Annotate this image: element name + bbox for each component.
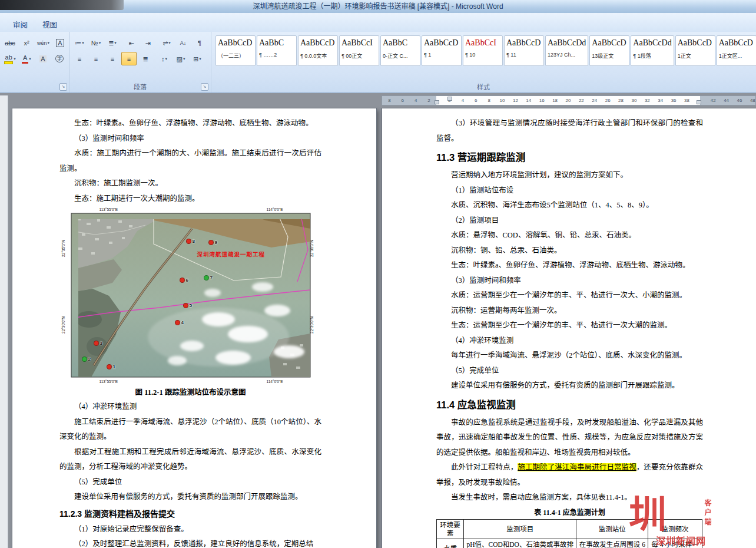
asian-layout-button[interactable]: ⇌▾ (159, 36, 174, 49)
justify-button[interactable]: ≡ (121, 52, 137, 65)
style-item[interactable]: AaBbCcD 13级正文 (589, 35, 629, 66)
style-item[interactable]: AaBbCcI ¶ 10 (463, 35, 503, 66)
ruler-number: 24 (588, 98, 601, 103)
style-name: 1正文区... (719, 52, 754, 60)
highlight-icon: ab (5, 54, 12, 61)
project-label: 深圳湾航道疏浚一期工程 (197, 250, 266, 258)
right-indent-marker[interactable] (697, 100, 701, 104)
style-item[interactable]: AaBbCcD ¶ 11 (504, 35, 544, 66)
paragraph: （4）冲淤环境监测 (436, 334, 703, 349)
paragraph: （5）完成单位 (436, 364, 703, 379)
text-highlight-button[interactable]: ab▾ (2, 52, 18, 65)
heading-11-4: 11.4 应急监视监测 (436, 396, 703, 414)
line-spacing-button[interactable]: ↕▾ (157, 52, 172, 65)
text-before-highlight: 此外针对工程特点， (451, 463, 518, 471)
tab-view[interactable]: 视图 (37, 17, 63, 32)
station-number: 2 (88, 356, 91, 362)
character-shading-button[interactable]: A (35, 52, 51, 65)
page-left[interactable]: 生态：叶绿素a、鱼卵仔鱼、浮游植物、浮游动物、底栖生物、游泳动物。（3）监测时间… (12, 108, 377, 548)
strikethrough-button[interactable]: abc (2, 36, 18, 49)
style-item[interactable]: AaBbCcI ¶ 00正文 (339, 35, 379, 66)
font-dialog-launcher[interactable]: ↘ (59, 83, 67, 91)
styles-group-label: 样式 (211, 82, 756, 91)
phonetic-guide-button[interactable]: wén▾ (35, 36, 51, 49)
station-dot-icon (208, 240, 214, 245)
style-item[interactable]: AaBbC ¶ ……2 (257, 35, 297, 66)
table-header-cell: 监测项目 (463, 519, 576, 539)
style-item[interactable]: AaBbCcD ¶ 1 (422, 35, 462, 66)
paragraph: 水质：施工期内进行一个潮期的大、小潮监测。施工结束后进行一次后评估监测。 (59, 146, 321, 176)
horizontal-ruler[interactable]: 8642 2468101214161820222426283032343638 … (382, 95, 756, 105)
style-item[interactable]: AaBbC 0-正文 C... (380, 35, 420, 66)
ruler-number: 8 (383, 98, 396, 103)
sort-button[interactable]: A↓ (175, 36, 191, 49)
superscript-button[interactable]: x² (19, 36, 34, 49)
left-indent-marker[interactable] (435, 100, 439, 104)
monitoring-station: 5 (183, 303, 192, 308)
style-item[interactable]: AaBbCcD 1正文 (675, 35, 715, 66)
first-line-indent-marker[interactable] (447, 97, 452, 101)
station-dot-icon (175, 320, 180, 325)
line-spacing-icon: ↕ (161, 55, 165, 62)
paragraph: （3）监测时间和频率 (436, 273, 703, 289)
ruler-number: 4 (456, 98, 469, 103)
ruler-main-numbers: 2468101214161820222426283032343638 (436, 96, 700, 105)
highlighted-text: 施工期除了湛江海事局进行日常监视 (518, 463, 636, 471)
word-window: 深圳湾航道疏浚工程（一期）环境影响报告书送审稿 [兼容模式] - Microso… (0, 0, 756, 548)
style-item[interactable]: AaBbCcD ¶ 0.0.0文本 (298, 35, 338, 66)
paragraph: 沉积物：铜、铅、总汞、石油类。 (436, 243, 703, 259)
font-color-button[interactable]: A▾ (19, 52, 34, 65)
paragraph: 沉积物：运营期每两年监测一次。 (436, 303, 703, 319)
sort-icon: A↓ (180, 39, 187, 47)
style-item[interactable]: AaBbCcD 1正文区... (717, 35, 756, 66)
monitoring-station: 8 (186, 239, 195, 244)
ruler-number: 2 (422, 98, 435, 103)
show-marks-button[interactable]: ¶ (192, 36, 207, 49)
ruler-number: 12 (509, 98, 522, 103)
caret-icon: ▾ (48, 41, 50, 45)
enclose-characters-button[interactable]: 字 (52, 52, 67, 65)
emergency-monitoring-table: 环境要素监测项目监测站位监测频次 水质pH值、COD和DO、石油类或事故排放的其… (436, 519, 702, 548)
style-item[interactable]: AaBbCcD （一二三） (215, 35, 256, 66)
numbering-button[interactable]: №▾ (88, 36, 104, 49)
paragraph: 事故的应急监视系统是通过监视手段，及时发现船舶溢油、化学品泄漏及其他事故，迅速确… (436, 415, 703, 461)
monitoring-map-figure[interactable]: 深圳湾航道疏浚一期工程 8 9 (64, 207, 317, 385)
table-header-cell: 环境要素 (437, 519, 464, 539)
style-preview: AaBbCcD (592, 38, 627, 48)
align-center-icon: ≡ (94, 55, 98, 62)
character-border-button[interactable]: A (52, 36, 68, 49)
asian-layout-icon: ⇌ (163, 39, 168, 47)
caret-icon: ▾ (199, 57, 201, 61)
table-cell: 在事故发生点周围设 6 个站位 (576, 539, 648, 548)
paragraph-group-label: 段落 (69, 82, 211, 91)
monitoring-station: 4 (175, 320, 184, 325)
paragraph: （1）对原始记录应完整保留备查。 (59, 522, 321, 537)
shading-button[interactable]: ▨▾ (173, 52, 188, 65)
paragraph: （3）监测时间和频率 (59, 131, 321, 147)
tab-review[interactable]: 审阅 (7, 17, 34, 32)
station-dot-icon (94, 341, 99, 346)
paragraph: 营运期纳入地方环境监测计划，建议的监测方案如下。 (436, 168, 703, 183)
multilevel-list-button[interactable]: ≣▾ (105, 36, 120, 49)
bullets-button[interactable]: ≔▾ (72, 36, 87, 49)
align-right-button[interactable]: ≡ (105, 52, 120, 65)
figure-caption: 图 11.2-1 跟踪监测站位布设示意图 (59, 387, 321, 398)
increase-indent-button[interactable]: ⇥ (140, 36, 155, 49)
align-left-button[interactable]: ≡ (72, 52, 87, 65)
style-name: （一二三） (218, 52, 253, 60)
vertical-ruler[interactable] (0, 95, 8, 548)
ruler-number: 44 (719, 98, 732, 103)
caret-icon: ▾ (29, 57, 31, 61)
page-right[interactable]: （3）环境管理与监测情况应随时接受海洋行政主管部门和环保部门的检查和监督。 11… (382, 108, 756, 548)
distribute-button[interactable]: ≣ (138, 52, 153, 65)
paragraph-dialog-launcher[interactable]: ↘ (201, 83, 208, 91)
style-item[interactable]: AaBbCcDd 123YJ Ch... (545, 35, 588, 66)
style-item[interactable]: AaBbCcDd ¶ 1段落 (631, 35, 674, 66)
style-preview: AaBbCcDd (633, 38, 671, 48)
borders-button[interactable]: ⊞▾ (190, 52, 205, 65)
paragraph: 水质：悬浮物、COD、溶解氧、铜、铅、总汞、石油类。 (436, 228, 703, 243)
decrease-indent-button[interactable]: ⇤ (124, 36, 139, 49)
align-center-button[interactable]: ≡ (88, 52, 104, 65)
station-number: 6 (186, 278, 188, 283)
ruler-number: 26 (601, 98, 614, 103)
